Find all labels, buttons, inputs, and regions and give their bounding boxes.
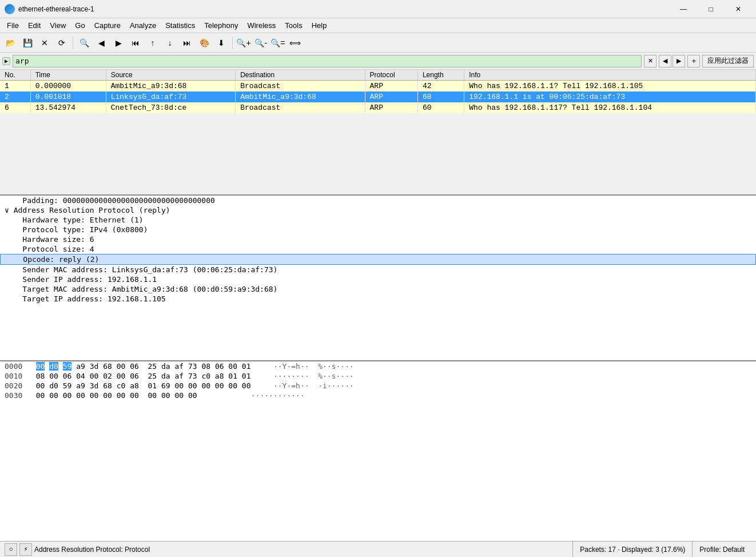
filterbar: ▶ ✕ ◀ ▶ + 应用此过滤器	[0, 53, 756, 70]
table-cell: Broadcast	[236, 81, 365, 92]
filter-nav-prev-button[interactable]: ◀	[659, 55, 671, 67]
detail-line[interactable]: Sender IP address: 192.168.1.1	[0, 274, 756, 284]
toolbar-go-fwd-btn[interactable]: ▶	[110, 35, 126, 50]
hex-byte-highlighted: 00	[36, 362, 45, 371]
detail-line[interactable]: Sender MAC address: LinksysG_da:af:73 (0…	[0, 265, 756, 274]
hex-line: 0020 00 d0 59 a9 3d 68 c0 a8 01 69 00 00…	[0, 381, 756, 391]
table-cell: 60	[417, 91, 464, 102]
toolbar-colorize-btn[interactable]: 🎨	[196, 35, 212, 50]
filter-indicator-icon: ▶	[5, 58, 8, 65]
toolbar-prev-btn[interactable]: ↑	[145, 35, 161, 50]
toolbar-resize-btn[interactable]: ⟺	[287, 35, 303, 50]
detail-pane[interactable]: Padding: 0000000000000000000000000000000…	[0, 196, 756, 361]
table-row[interactable]: 20.001018LinksysG_da:af:73AmbitMic_a9:3d…	[0, 91, 756, 102]
hex-ascii: ··Y·=h·· %··s····	[273, 362, 354, 371]
status-icon-circle[interactable]: ○	[5, 543, 17, 556]
col-info: Info	[464, 70, 756, 81]
packet-table-header: No. Time Source Destination Protocol Len…	[0, 70, 756, 81]
hex-pane[interactable]: 0000 00 d0 59 a9 3d 68 00 06 25 da af 73…	[0, 361, 756, 541]
toolbar-first-btn[interactable]: ⏮	[128, 35, 144, 50]
menu-item-telephony[interactable]: Telephony	[200, 20, 242, 31]
table-cell: 13.542974	[30, 102, 106, 113]
detail-line[interactable]: Protocol size: 4	[0, 244, 756, 254]
detail-line[interactable]: Opcode: reply (2)	[0, 254, 756, 265]
hex-bytes: 08 00 06 04 00 02 00 06 25 da af 73 c0 a…	[36, 372, 264, 380]
filter-apply-button[interactable]: 应用此过滤器	[702, 55, 754, 67]
maximize-button[interactable]: □	[698, 2, 724, 16]
packet-table: No. Time Source Destination Protocol Len…	[0, 70, 756, 113]
hex-line: 0010 08 00 06 04 00 02 00 06 25 da af 73…	[0, 371, 756, 381]
menu-item-capture[interactable]: Capture	[90, 20, 125, 31]
menu-item-analyze[interactable]: Analyze	[125, 20, 161, 31]
table-cell: 0.000000	[30, 81, 106, 92]
toolbar-go-back-btn[interactable]: ◀	[93, 35, 109, 50]
table-cell: ARP	[365, 91, 417, 102]
hex-byte-highlighted: d0	[49, 362, 58, 371]
close-button[interactable]: ✕	[725, 2, 751, 16]
menu-item-file[interactable]: File	[2, 20, 23, 31]
menu-item-view[interactable]: View	[45, 20, 70, 31]
detail-line[interactable]: Padding: 0000000000000000000000000000000…	[0, 196, 756, 205]
menu-item-edit[interactable]: Edit	[23, 20, 45, 31]
toolbar-reload-btn[interactable]: ⟳	[54, 35, 70, 50]
status-profile: Profile: Default	[692, 542, 751, 558]
detail-line[interactable]: ∨ Address Resolution Protocol (reply)	[0, 205, 756, 215]
hex-bytes: 00 d0 59 a9 3d 68 c0 a8 01 69 00 00 00 0…	[36, 381, 264, 390]
toolbar-autoscroll-btn[interactable]: ⬇	[213, 35, 229, 50]
toolbar-zoom-reset-btn[interactable]: 🔍=	[270, 35, 286, 50]
table-cell: 60	[417, 102, 464, 113]
col-length: Length	[417, 70, 464, 81]
detail-line[interactable]: Hardware size: 6	[0, 234, 756, 244]
toolbar: 📂 💾 ✕ ⟳ 🔍 ◀ ▶ ⏮ ↑ ↓ ⏭ 🎨 ⬇ 🔍+ 🔍- 🔍= ⟺	[0, 33, 756, 53]
detail-line[interactable]: Hardware type: Ethernet (1)	[0, 215, 756, 225]
status-icon-lightning[interactable]: ⚡	[19, 543, 32, 556]
menu-item-wireless[interactable]: Wireless	[242, 20, 280, 31]
menu-item-go[interactable]: Go	[70, 20, 89, 31]
status-text: Address Resolution Protocol: Protocol	[34, 546, 572, 554]
hex-ascii: ············	[251, 391, 305, 400]
menu-item-statistics[interactable]: Statistics	[161, 20, 200, 31]
minimize-button[interactable]: —	[670, 2, 697, 16]
table-cell: AmbitMic_a9:3d:68	[236, 91, 365, 102]
toolbar-find-btn[interactable]: 🔍	[76, 35, 92, 50]
packet-list-pane[interactable]: No. Time Source Destination Protocol Len…	[0, 70, 756, 196]
table-cell: Broadcast	[236, 102, 365, 113]
hex-byte-highlighted: 59	[63, 362, 72, 371]
toolbar-zoom-out-btn[interactable]: 🔍-	[253, 35, 269, 50]
table-cell: 6	[0, 102, 30, 113]
filter-indicator: ▶	[2, 57, 10, 65]
table-cell: ARP	[365, 102, 417, 113]
toolbar-sep1	[73, 37, 73, 49]
status-packets: Packets: 17 · Displayed: 3 (17.6%)	[572, 542, 692, 558]
window-controls: — □ ✕	[670, 2, 751, 16]
table-row[interactable]: 10.000000AmbitMic_a9:3d:68BroadcastARP42…	[0, 81, 756, 92]
menu-item-help[interactable]: Help	[307, 20, 332, 31]
filter-input[interactable]	[13, 55, 642, 67]
detail-line[interactable]: Target IP address: 192.168.1.105	[0, 294, 756, 304]
filter-plus-button[interactable]: +	[687, 55, 700, 67]
hex-offset: 0010	[5, 372, 36, 380]
toolbar-zoom-in-btn[interactable]: 🔍+	[236, 35, 252, 50]
window-title: ethernet-ethereal-trace-1	[18, 5, 670, 13]
filter-clear-button[interactable]: ✕	[644, 55, 656, 67]
detail-line[interactable]: Protocol type: IPv4 (0x0800)	[0, 225, 756, 234]
toolbar-close-btn[interactable]: ✕	[37, 35, 53, 50]
toolbar-last-btn[interactable]: ⏭	[179, 35, 195, 50]
detail-line[interactable]: Target MAC address: AmbitMic_a9:3d:68 (0…	[0, 284, 756, 294]
table-cell: Who has 192.168.1.1? Tell 192.168.1.105	[464, 81, 756, 92]
table-row[interactable]: 613.542974CnetTech_73:8d:ceBroadcastARP6…	[0, 102, 756, 113]
statusbar: ○ ⚡ Address Resolution Protocol: Protoco…	[0, 541, 756, 557]
table-cell: 1	[0, 81, 30, 92]
packet-tbody: 10.000000AmbitMic_a9:3d:68BroadcastARP42…	[0, 81, 756, 114]
col-source: Source	[106, 70, 235, 81]
toolbar-open-btn[interactable]: 📂	[2, 35, 18, 50]
filter-nav-next-button[interactable]: ▶	[673, 55, 685, 67]
filter-nav: ◀ ▶	[659, 55, 685, 67]
menubar: FileEditViewGoCaptureAnalyzeStatisticsTe…	[0, 18, 756, 33]
toolbar-next-btn[interactable]: ↓	[162, 35, 178, 50]
toolbar-save-btn[interactable]: 💾	[19, 35, 35, 50]
menu-item-tools[interactable]: Tools	[280, 20, 307, 31]
hex-line: 0000 00 d0 59 a9 3d 68 00 06 25 da af 73…	[0, 361, 756, 371]
hex-offset: 0020	[5, 381, 36, 390]
table-cell: 0.001018	[30, 91, 106, 102]
